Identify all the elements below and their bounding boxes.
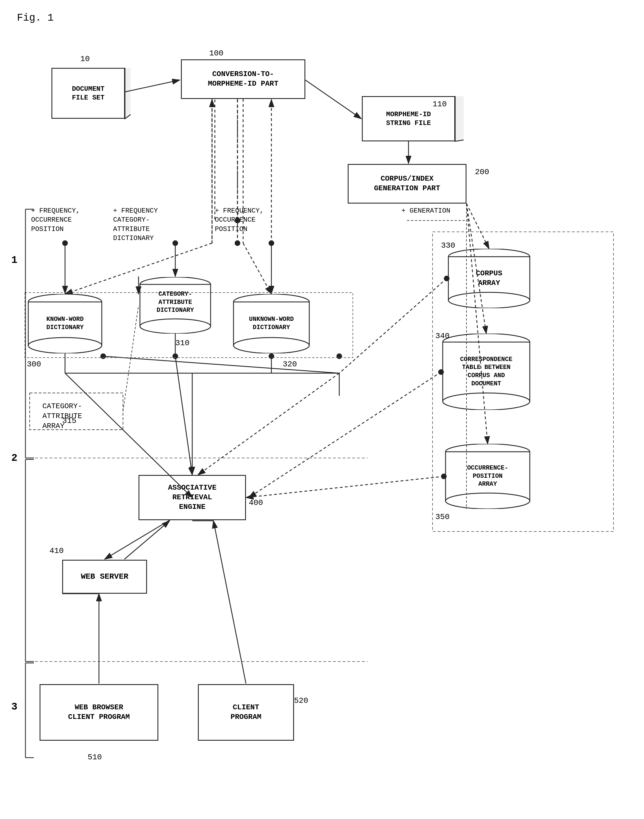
freq-occ-label-1: + FREQUENCY, OCCURRENCE POSITION (31, 206, 80, 234)
svg-point-55 (100, 353, 106, 359)
svg-line-46 (339, 278, 447, 373)
svg-point-6 (28, 337, 102, 353)
num-330: 330 (441, 240, 455, 251)
occurrence-position-array-label: OCCURRENCE- POSITION ARRAY (464, 464, 511, 489)
svg-point-33 (62, 240, 68, 246)
num-200: 200 (475, 167, 489, 178)
svg-point-58 (336, 353, 342, 359)
svg-line-49 (249, 372, 441, 498)
num-300: 300 (27, 359, 41, 370)
num-110: 110 (432, 99, 447, 110)
svg-line-26 (305, 80, 361, 119)
client-program-label: CLIENT PROGRAM (230, 703, 261, 722)
svg-line-62 (175, 356, 192, 475)
unknown-word-dict-label: UNKNOWN-WORD DICTIONARY (246, 316, 297, 331)
svg-line-71 (213, 521, 246, 684)
svg-line-25 (125, 80, 180, 92)
document-file-set-box: DOCUMENT FILE SET (51, 68, 125, 119)
svg-point-87 (235, 240, 240, 246)
occurrence-position-array-cylinder: OCCURRENCE- POSITION ARRAY (444, 444, 532, 509)
diagram: Fig. 1 DOCUMENT FILE SET CONVERSION-TO- … (0, 0, 644, 819)
svg-point-57 (268, 353, 274, 359)
unknown-word-dict-cylinder: UNKNOWN-WORD DICTIONARY (232, 294, 311, 353)
svg-line-47 (198, 373, 339, 475)
svg-marker-3 (455, 96, 464, 141)
num-10: 10 (80, 54, 90, 64)
svg-point-15 (448, 292, 530, 308)
num-350: 350 (435, 512, 449, 523)
svg-line-41 (466, 204, 489, 249)
svg-line-53 (103, 356, 339, 373)
svg-line-69 (104, 520, 170, 559)
num-520: 520 (294, 695, 308, 706)
num-100: 100 (209, 48, 223, 59)
known-word-dict-cylinder: KNOWN-WORD DICTIONARY (27, 294, 103, 353)
morpheme-id-label: MORPHEME-ID STRING FILE (386, 110, 431, 127)
svg-line-70 (124, 521, 170, 559)
svg-point-12 (233, 337, 309, 353)
svg-point-21 (446, 493, 530, 509)
brace-2: 2 (11, 452, 17, 464)
corpus-array-cylinder: CORPUS ARRAY (447, 249, 532, 308)
fig-title: Fig. 1 (17, 11, 54, 25)
associative-retrieval-label: ASSOCIATIVE RETRIEVAL ENGINE (168, 483, 216, 512)
svg-point-18 (443, 393, 530, 410)
correspondence-table-label: CORRESPONDENCE TABLE BETWEEN CORPUS AND … (457, 356, 515, 388)
associative-retrieval-box: ASSOCIATIVE RETRIEVAL ENGINE (138, 475, 246, 520)
num-410: 410 (49, 546, 64, 556)
svg-point-9 (140, 319, 211, 334)
brace-3: 3 (11, 701, 17, 713)
document-file-set-label: DOCUMENT FILE SET (72, 84, 104, 102)
web-browser-client-label: WEB BROWSER CLIENT PROGRAM (68, 703, 130, 722)
svg-point-35 (172, 240, 178, 246)
num-510: 510 (87, 752, 102, 763)
num-400: 400 (249, 498, 263, 508)
svg-line-51 (246, 476, 444, 498)
freq-occ-label-2: + FREQUENCY, OCCURRENCE POSITION (215, 206, 264, 234)
category-attr-dict-label: CATEGORY- ATTRIBUTE DICTIONARY (154, 290, 197, 314)
generation-label: + GENERATION (402, 206, 450, 215)
svg-marker-1 (125, 68, 130, 119)
num-340: 340 (435, 331, 449, 342)
conversion-part-label: CONVERSION-TO- MORPHEME-ID PART (208, 69, 279, 89)
corpus-index-gen-label: CORPUS/INDEX GENERATION PART (374, 174, 440, 193)
svg-point-56 (172, 353, 178, 359)
cat-attr-array-label: CATEGORY-ATTRIBUTEARRAY (42, 402, 82, 431)
web-server-box: WEB SERVER (62, 560, 147, 594)
freq-cat-label: + FREQUENCYCATEGORY-ATTRIBUTEDICTIONARY (113, 206, 158, 243)
corpus-index-gen-box: CORPUS/INDEX GENERATION PART (348, 164, 466, 204)
svg-line-31 (243, 243, 271, 294)
correspondence-table-cylinder: CORRESPONDENCE TABLE BETWEEN CORPUS AND … (441, 334, 532, 410)
known-word-dict-label: KNOWN-WORD DICTIONARY (43, 316, 86, 331)
web-server-label: WEB SERVER (81, 572, 128, 582)
category-attr-dict-cylinder: CATEGORY- ATTRIBUTE DICTIONARY (138, 277, 212, 334)
brace-1: 1 (11, 255, 17, 266)
conversion-part-box: CONVERSION-TO- MORPHEME-ID PART (181, 59, 305, 99)
corpus-array-label: CORPUS ARRAY (473, 269, 505, 288)
web-browser-client-box: WEB BROWSER CLIENT PROGRAM (40, 684, 158, 741)
svg-point-37 (268, 240, 274, 246)
client-program-box: CLIENT PROGRAM (198, 684, 294, 741)
num-310: 310 (175, 338, 189, 348)
svg-line-67 (123, 305, 138, 411)
num-320: 320 (283, 359, 297, 370)
